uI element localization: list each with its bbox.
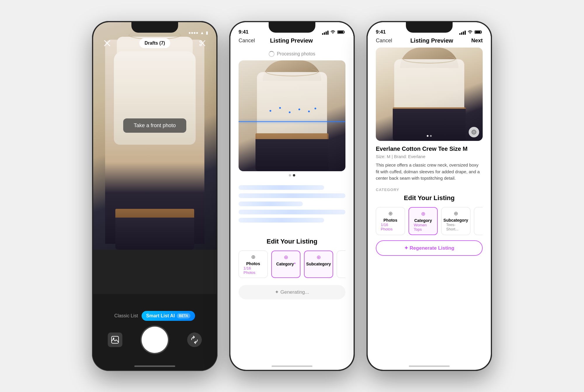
- status-icons-1: ●●●● ▲ ▮: [188, 30, 208, 35]
- notch: [131, 22, 178, 33]
- subcategory-tab-3[interactable]: ⊕ Subcategory Tees- Short...: [441, 207, 470, 235]
- status-time-2: 9:41: [239, 29, 248, 35]
- generating-indicator: ✦ Generating...: [239, 285, 345, 299]
- category-icon-3: ⊕: [421, 211, 425, 217]
- camera-bottom-bar: Classic List Smart List AI BETA: [93, 294, 216, 370]
- beta-badge: BETA: [177, 313, 191, 318]
- next-button-3[interactable]: Next: [471, 38, 483, 44]
- scan-dot: [279, 107, 281, 109]
- scan-dot: [289, 111, 291, 113]
- listing-photo-processing: [239, 60, 345, 171]
- result-dot-2: [430, 135, 432, 137]
- brand-tab-2[interactable]: B Br...: [337, 251, 345, 278]
- camera-controls: [93, 327, 216, 353]
- skeleton-line-5: [239, 218, 324, 223]
- cancel-button-2[interactable]: Cancel: [239, 38, 255, 44]
- classic-list-label[interactable]: Classic List: [114, 313, 138, 318]
- cancel-button-3[interactable]: Cancel: [376, 38, 392, 44]
- gallery-button[interactable]: [108, 332, 122, 347]
- battery-icon-2: [337, 30, 345, 35]
- signal-icon-3: [459, 31, 466, 35]
- edit-tabs-2: ⊕ Photos 1/16 Photos ⊕ Category* ⊕ Subca…: [239, 251, 345, 280]
- home-indicator-2: [272, 365, 312, 367]
- subcategory-icon-3: ⊕: [454, 210, 458, 217]
- photos-tab-icon-2: ⊕: [251, 254, 255, 260]
- svg-point-13: [473, 132, 474, 133]
- nav-bar-3: Cancel Listing Preview Next: [368, 37, 491, 48]
- scan-dot: [314, 108, 316, 109]
- status-time-3: 9:41: [376, 29, 386, 35]
- notch-2: [269, 22, 315, 33]
- brand-tab-3[interactable]: E Br... Ev...: [474, 207, 483, 235]
- skeleton-line-1: [239, 185, 324, 190]
- photos-label-3: Photos: [383, 218, 397, 223]
- signal-icon-2: [322, 31, 328, 35]
- result-dot-1: [427, 135, 429, 137]
- nav-bar-2: Cancel Listing Preview: [230, 37, 354, 48]
- signal-icon-1: ●●●●: [188, 30, 198, 35]
- status-icons-2: [322, 30, 345, 35]
- jeans-2: [255, 139, 328, 171]
- photos-tab-2[interactable]: ⊕ Photos 1/16 Photos: [239, 251, 268, 278]
- category-sub-3: Women Tops: [414, 223, 432, 232]
- subcategory-sub-3: Tees- Short...: [446, 223, 465, 231]
- mode-toggle: Classic List Smart List AI BETA: [114, 311, 195, 321]
- battery-icon-1: ▮: [206, 30, 208, 35]
- scan-line: [239, 121, 345, 122]
- subcategory-tab-label-2: Subcategory: [306, 262, 331, 266]
- skeleton-loading: [230, 179, 354, 232]
- dot-1: [289, 174, 291, 176]
- necklace-2: [266, 68, 318, 76]
- close-button[interactable]: [101, 37, 113, 49]
- regenerate-button[interactable]: ✦ Regenerate Listing: [376, 240, 483, 256]
- category-section-label: CATEGORY: [376, 188, 483, 192]
- edit-listing-title-3: Edit Your Listing: [376, 194, 483, 202]
- wifi-icon-2: [330, 30, 336, 35]
- scissors-icon[interactable]: [197, 37, 208, 49]
- page-title-2: Listing Preview: [270, 37, 313, 44]
- svg-point-7: [113, 338, 114, 339]
- category-tab-2[interactable]: ⊕ Category*: [271, 251, 300, 278]
- regenerate-label: ✦ Regenerate Listing: [404, 245, 454, 251]
- skeleton-line-2: [239, 193, 345, 198]
- category-tab-3[interactable]: ⊕ Category Women Tops: [409, 207, 438, 235]
- edit-tabs-3: ⊕ Photos 1/16 Photos ⊕ Category Women To…: [376, 207, 483, 237]
- flip-camera-button[interactable]: [187, 332, 202, 347]
- jeans-overlay: [115, 218, 194, 250]
- photos-tab-3[interactable]: ⊕ Photos 1/16 Photos: [376, 207, 405, 235]
- wifi-icon-3: [467, 30, 473, 35]
- skeleton-line-3: [239, 202, 303, 206]
- smart-list-button[interactable]: Smart List AI BETA: [142, 311, 195, 321]
- listing-meta: Size: M | Brand: Everlane: [376, 154, 483, 159]
- processing-indicator: Processing photos: [230, 48, 354, 60]
- page-title-3: Listing Preview: [410, 37, 453, 44]
- home-indicator-3: [409, 365, 450, 367]
- loading-spinner: [269, 51, 274, 57]
- wifi-icon-1: ▲: [200, 30, 204, 35]
- category-label-3: Category: [414, 218, 432, 223]
- battery-icon-3: [474, 30, 483, 35]
- dot-2: [293, 174, 295, 176]
- subcategory-tab-2[interactable]: ⊕ Subcategory: [304, 251, 333, 278]
- phone-camera: ●●●● ▲ ▮ Drafts (7): [92, 21, 218, 371]
- edit-listing-section-2: Edit Your Listing ⊕ Photos 1/16 Photos ⊕…: [230, 232, 354, 280]
- scan-dot: [298, 108, 300, 110]
- camera-prompt: Take a front photo: [123, 118, 186, 133]
- generating-label: ✦ Generating...: [275, 289, 309, 295]
- camera-edit-icon[interactable]: [469, 127, 479, 137]
- listing-info: Everlane Cotton Crew Tee Size M Size: M …: [368, 141, 491, 184]
- scan-dot: [270, 110, 271, 112]
- phone-processing: 9:41: [229, 21, 355, 371]
- camera-viewfinder: Take a front photo: [93, 22, 216, 250]
- drafts-badge[interactable]: Drafts (7): [139, 38, 170, 48]
- photos-sub-3: 1/16 Photos: [381, 223, 400, 231]
- result-photo: [376, 48, 483, 141]
- scan-dots: [260, 107, 324, 116]
- shutter-button[interactable]: [142, 327, 168, 353]
- svg-rect-11: [475, 31, 481, 33]
- category-tab-icon-2: ⊕: [284, 254, 288, 260]
- phone-result: 9:41: [366, 21, 492, 371]
- scan-dot: [308, 111, 310, 112]
- listing-title: Everlane Cotton Crew Tee Size M: [376, 146, 483, 152]
- photo-dots-2: [230, 174, 354, 176]
